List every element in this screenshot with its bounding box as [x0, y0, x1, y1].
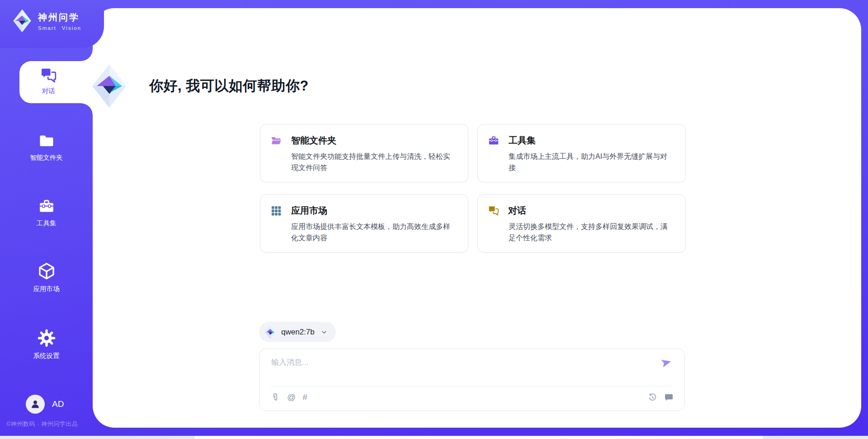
brand-tagline: Smart Vision [38, 25, 81, 31]
hash-tag-icon[interactable]: # [302, 392, 307, 402]
composer-divider [270, 387, 674, 387]
card-toolset[interactable]: 工具集 集成市场上主流工具，助力AI与外界无缝扩展与对接 [477, 124, 686, 182]
greeting-block: 你好, 我可以如何帮助你? [91, 63, 309, 109]
card-title: 对话 [508, 205, 526, 217]
sidebar-item-toolset[interactable]: 工具集 [0, 198, 93, 228]
brand-logo-icon [12, 9, 33, 33]
sidebar-item-chat[interactable]: 对话 [19, 61, 93, 103]
app-logo-icon [91, 63, 127, 109]
feature-cards: 智能文件夹 智能文件夹功能支持批量文件上传与清洗，轻松实现文件问答 工具集 集成… [260, 124, 686, 253]
user-initials: AD [52, 399, 64, 409]
model-logo-icon [264, 325, 276, 339]
scrollbar-thumb[interactable] [194, 436, 763, 439]
cube-icon [37, 262, 56, 281]
chat-bubble-icon[interactable] [664, 393, 674, 402]
avatar [26, 395, 45, 414]
horizontal-scrollbar[interactable] [0, 436, 868, 439]
brand-name: 神州问学 [38, 11, 81, 24]
tab-scoop-bottom [81, 103, 93, 115]
card-description: 灵活切换多模型文件，支持多样回复效果调试，满足个性化需求 [509, 221, 674, 243]
card-smart-folder[interactable]: 智能文件夹 智能文件夹功能支持批量文件上传与清洗，轻松实现文件问答 [260, 124, 468, 182]
paperclip-icon[interactable] [270, 392, 280, 402]
at-mention-icon[interactable]: @ [287, 392, 296, 402]
sidebar-item-smart-folder[interactable]: 智能文件夹 [0, 132, 93, 162]
toolbox-icon [38, 198, 56, 215]
person-icon [29, 398, 41, 410]
toolbox-icon [488, 135, 500, 147]
send-icon[interactable] [660, 356, 673, 369]
composer-toolbar: @ # [270, 392, 674, 402]
brand: 神州问学 Smart Vision [12, 9, 81, 33]
folder-open-icon [270, 135, 282, 147]
sidebar-item-app-market[interactable]: 应用市场 [0, 262, 93, 293]
card-description: 智能文件夹功能支持批量文件上传与清洗，轻松实现文件问答 [291, 151, 456, 173]
user-account[interactable]: AD [26, 395, 64, 414]
card-description: 应用市场提供丰富长文本模板，助力高效生成多样化文章内容 [291, 221, 456, 243]
main-panel: 你好, 我可以如何帮助你? 智能文件夹 智能文件夹功能支持批量文件上传与清洗，轻… [93, 8, 861, 428]
sidebar-item-label: 应用市场 [33, 285, 60, 293]
card-title: 应用市场 [291, 205, 327, 217]
card-description: 集成市场上主流工具，助力AI与外界无缝扩展与对接 [509, 151, 674, 173]
folder-icon [38, 132, 56, 149]
gear-icon [37, 329, 56, 348]
message-composer[interactable]: 输入消息... @ # [259, 348, 685, 411]
message-input[interactable]: 输入消息... [271, 357, 308, 367]
sidebar-item-label: 系统设置 [33, 352, 60, 360]
card-title: 工具集 [509, 134, 536, 147]
card-title: 智能文件夹 [291, 134, 336, 147]
sidebar-item-label: 智能文件夹 [30, 153, 63, 162]
tab-scoop-top [81, 49, 93, 61]
grid-icon [270, 205, 282, 217]
chat-icon [488, 205, 499, 216]
sidebar-item-settings[interactable]: 系统设置 [0, 329, 93, 360]
sidebar-item-label: 工具集 [37, 219, 57, 228]
history-icon[interactable] [648, 393, 657, 402]
app-root: 你好, 我可以如何帮助你? 智能文件夹 智能文件夹功能支持批量文件上传与清洗，轻… [0, 0, 868, 439]
chat-icon [39, 67, 57, 84]
card-chat[interactable]: 对话 灵活切换多模型文件，支持多样回复效果调试，满足个性化需求 [477, 194, 686, 253]
chevron-down-icon [321, 329, 328, 336]
model-selector[interactable]: qwen2:7b [259, 322, 336, 342]
greeting-text: 你好, 我可以如何帮助你? [149, 76, 309, 95]
sidebar-item-label: 对话 [42, 87, 55, 95]
copyright-footer: ©神州数码 · 神州问学出品 [6, 420, 78, 428]
model-name: qwen2:7b [281, 328, 315, 337]
card-app-market[interactable]: 应用市场 应用市场提供丰富长文本模板，助力高效生成多样化文章内容 [260, 194, 468, 253]
